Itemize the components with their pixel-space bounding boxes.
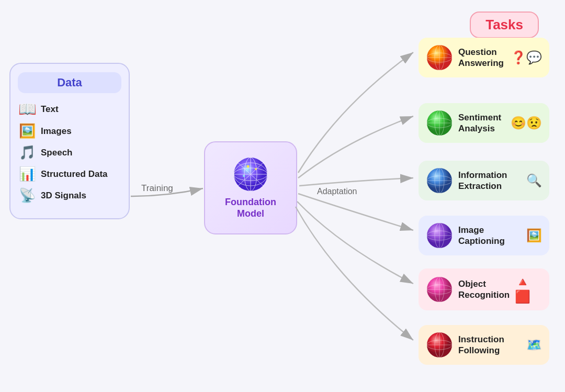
ic-label: Image Captioning	[458, 225, 521, 247]
task-card-if: Instruction Following 🗺️	[419, 325, 549, 365]
training-label: Training	[137, 182, 177, 195]
structured-icon: 📊	[18, 166, 37, 182]
data-title: Data	[18, 72, 121, 93]
data-panel: Data 📖 Text 🖼️ Images 🎵 Speech 📊 Structu…	[9, 63, 130, 219]
or-sphere	[426, 276, 453, 303]
data-item-images-label: Images	[41, 126, 72, 137]
images-icon: 🖼️	[18, 123, 37, 139]
data-item-text-label: Text	[41, 104, 59, 115]
svg-point-9	[255, 168, 257, 170]
task-card-qa: Question Answering ❓💬	[419, 38, 549, 77]
task-card-ie: Information Extraction 🔍	[419, 161, 549, 200]
or-emoji: 🔺🟥	[515, 275, 542, 304]
ie-label: Information Extraction	[458, 170, 521, 192]
svg-point-8	[247, 165, 250, 168]
data-item-signals-label: 3D Signals	[41, 191, 86, 201]
svg-point-10	[243, 175, 245, 177]
if-sphere	[426, 331, 453, 359]
tasks-label: Tasks	[470, 12, 539, 38]
data-item-speech-label: Speech	[41, 148, 72, 158]
data-item-structured: 📊 Structured Data	[18, 166, 121, 182]
qa-sphere	[426, 44, 453, 71]
if-label: Instruction Following	[458, 334, 521, 356]
data-item-signals: 📡 3D Signals	[18, 187, 121, 204]
sa-sphere	[426, 109, 453, 137]
text-icon: 📖	[18, 100, 37, 118]
foundation-model-box: Foundation Model	[204, 141, 297, 234]
qa-emoji: ❓💬	[511, 50, 542, 65]
signals-icon: 📡	[18, 187, 37, 204]
data-item-images: 🖼️ Images	[18, 123, 121, 139]
data-item-text: 📖 Text	[18, 100, 121, 118]
task-card-sa: Sentiment Analysis 😊😟	[419, 103, 549, 143]
ie-emoji: 🔍	[526, 173, 542, 188]
sa-emoji: 😊😟	[511, 116, 542, 130]
fm-sphere	[232, 156, 269, 193]
or-label: Object Recognition	[458, 278, 510, 301]
task-card-or: Object Recognition 🔺🟥	[419, 268, 549, 310]
if-emoji: 🗺️	[526, 338, 542, 352]
task-card-ic: Image Captioning 🖼️	[419, 216, 549, 255]
speech-icon: 🎵	[18, 144, 37, 161]
ic-sphere	[426, 222, 453, 249]
ie-sphere	[426, 167, 453, 194]
adaptation-label: Adaptation	[313, 186, 361, 197]
fm-label: Foundation Model	[225, 197, 276, 219]
ic-emoji: 🖼️	[526, 228, 542, 243]
qa-label: Question Answering	[458, 47, 505, 69]
data-item-structured-label: Structured Data	[41, 169, 108, 180]
sa-label: Sentiment Analysis	[458, 112, 505, 135]
data-item-speech: 🎵 Speech	[18, 144, 121, 161]
